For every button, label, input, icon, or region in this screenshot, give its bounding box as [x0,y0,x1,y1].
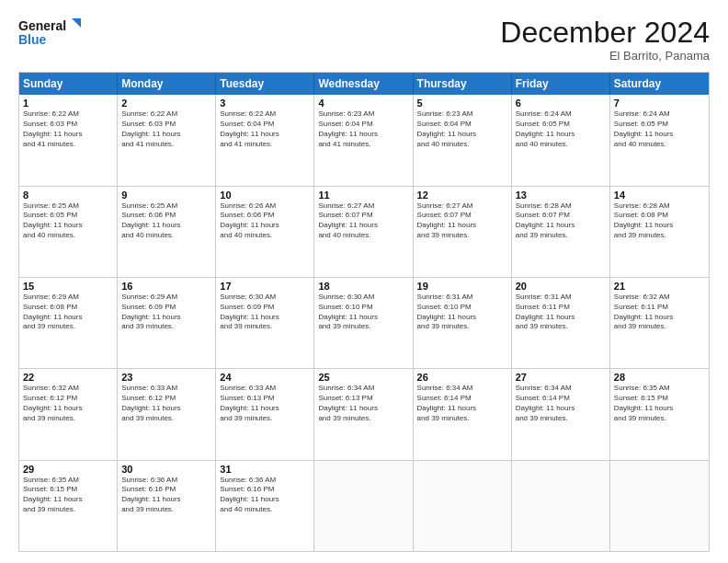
day-cell-3: 3Sunrise: 6:22 AM Sunset: 6:04 PM Daylig… [216,95,314,185]
day-info: Sunrise: 6:23 AM Sunset: 6:04 PM Dayligh… [417,109,507,149]
empty-cell [610,461,709,551]
day-cell-26: 26Sunrise: 6:34 AM Sunset: 6:14 PM Dayli… [414,369,512,459]
day-number: 30 [121,464,211,475]
header-day-saturday: Saturday [610,73,709,95]
day-cell-15: 15Sunrise: 6:29 AM Sunset: 6:08 PM Dayli… [19,278,118,368]
day-cell-11: 11Sunrise: 6:27 AM Sunset: 6:07 PM Dayli… [314,187,413,277]
day-cell-21: 21Sunrise: 6:32 AM Sunset: 6:11 PM Dayli… [610,278,709,368]
title-block: December 2024 El Barrito, Panama [500,17,710,63]
day-info: Sunrise: 6:24 AM Sunset: 6:05 PM Dayligh… [614,109,705,149]
day-info: Sunrise: 6:31 AM Sunset: 6:11 PM Dayligh… [516,293,606,332]
day-number: 16 [121,281,211,292]
day-cell-16: 16Sunrise: 6:29 AM Sunset: 6:09 PM Dayli… [118,278,216,368]
day-info: Sunrise: 6:29 AM Sunset: 6:08 PM Dayligh… [23,293,113,332]
month-title: December 2024 [500,17,710,49]
day-cell-10: 10Sunrise: 6:26 AM Sunset: 6:06 PM Dayli… [216,187,314,277]
day-info: Sunrise: 6:28 AM Sunset: 6:08 PM Dayligh… [614,201,705,241]
day-info: Sunrise: 6:22 AM Sunset: 6:03 PM Dayligh… [23,109,113,149]
day-info: Sunrise: 6:22 AM Sunset: 6:03 PM Dayligh… [121,109,211,149]
day-info: Sunrise: 6:36 AM Sunset: 6:16 PM Dayligh… [121,476,211,515]
day-cell-27: 27Sunrise: 6:34 AM Sunset: 6:14 PM Dayli… [512,369,610,459]
day-number: 1 [23,98,113,109]
day-number: 21 [614,281,705,292]
day-info: Sunrise: 6:36 AM Sunset: 6:16 PM Dayligh… [220,476,310,515]
empty-cell [512,461,610,551]
day-number: 4 [318,98,408,109]
empty-cell [314,461,413,551]
day-number: 20 [516,281,606,292]
day-number: 9 [121,190,211,201]
logo: General Blue [18,17,83,50]
day-cell-30: 30Sunrise: 6:36 AM Sunset: 6:16 PM Dayli… [118,461,216,551]
calendar-row-3: 15Sunrise: 6:29 AM Sunset: 6:08 PM Dayli… [19,277,709,368]
day-number: 26 [417,372,507,383]
day-cell-17: 17Sunrise: 6:30 AM Sunset: 6:09 PM Dayli… [216,278,314,368]
day-number: 2 [121,98,211,109]
header-day-monday: Monday [118,73,216,95]
day-cell-9: 9Sunrise: 6:25 AM Sunset: 6:06 PM Daylig… [118,187,216,277]
day-number: 15 [23,281,113,292]
calendar-row-1: 1Sunrise: 6:22 AM Sunset: 6:03 PM Daylig… [19,95,709,185]
svg-marker-2 [72,18,81,28]
empty-cell [414,461,512,551]
day-number: 12 [417,190,507,201]
day-number: 28 [614,372,705,383]
day-cell-24: 24Sunrise: 6:33 AM Sunset: 6:13 PM Dayli… [216,369,314,459]
day-info: Sunrise: 6:32 AM Sunset: 6:11 PM Dayligh… [614,293,705,332]
header-day-tuesday: Tuesday [216,73,314,95]
day-number: 29 [23,464,113,475]
day-cell-4: 4Sunrise: 6:23 AM Sunset: 6:04 PM Daylig… [314,95,413,185]
day-cell-8: 8Sunrise: 6:25 AM Sunset: 6:05 PM Daylig… [19,187,118,277]
day-info: Sunrise: 6:24 AM Sunset: 6:05 PM Dayligh… [516,109,606,149]
day-cell-22: 22Sunrise: 6:32 AM Sunset: 6:12 PM Dayli… [19,369,118,459]
day-number: 6 [516,98,606,109]
header-day-sunday: Sunday [19,73,118,95]
day-cell-5: 5Sunrise: 6:23 AM Sunset: 6:04 PM Daylig… [414,95,512,185]
day-number: 3 [220,98,310,109]
day-info: Sunrise: 6:35 AM Sunset: 6:15 PM Dayligh… [23,476,113,515]
header: General Blue December 2024 El Barrito, P… [18,17,710,63]
day-cell-14: 14Sunrise: 6:28 AM Sunset: 6:08 PM Dayli… [610,187,709,277]
day-info: Sunrise: 6:29 AM Sunset: 6:09 PM Dayligh… [121,293,211,332]
page: General Blue December 2024 El Barrito, P… [0,0,728,563]
day-cell-6: 6Sunrise: 6:24 AM Sunset: 6:05 PM Daylig… [512,95,610,185]
day-number: 10 [220,190,310,201]
day-info: Sunrise: 6:35 AM Sunset: 6:15 PM Dayligh… [614,384,705,423]
day-info: Sunrise: 6:30 AM Sunset: 6:10 PM Dayligh… [318,293,408,332]
day-cell-25: 25Sunrise: 6:34 AM Sunset: 6:13 PM Dayli… [314,369,413,459]
calendar: SundayMondayTuesdayWednesdayThursdayFrid… [18,72,710,552]
svg-text:General: General [18,18,66,33]
day-info: Sunrise: 6:33 AM Sunset: 6:13 PM Dayligh… [220,384,310,423]
calendar-row-2: 8Sunrise: 6:25 AM Sunset: 6:05 PM Daylig… [19,186,709,277]
day-info: Sunrise: 6:31 AM Sunset: 6:10 PM Dayligh… [417,293,507,332]
header-day-thursday: Thursday [414,73,512,95]
logo-svg: General Blue [18,17,83,50]
day-number: 31 [220,464,310,475]
day-info: Sunrise: 6:30 AM Sunset: 6:09 PM Dayligh… [220,293,310,332]
day-info: Sunrise: 6:25 AM Sunset: 6:06 PM Dayligh… [121,201,211,241]
day-info: Sunrise: 6:34 AM Sunset: 6:14 PM Dayligh… [516,384,606,423]
svg-text:Blue: Blue [18,32,47,47]
day-cell-7: 7Sunrise: 6:24 AM Sunset: 6:05 PM Daylig… [610,95,709,185]
day-cell-2: 2Sunrise: 6:22 AM Sunset: 6:03 PM Daylig… [118,95,216,185]
header-day-friday: Friday [512,73,610,95]
day-number: 25 [318,372,408,383]
day-info: Sunrise: 6:27 AM Sunset: 6:07 PM Dayligh… [318,201,408,241]
calendar-header: SundayMondayTuesdayWednesdayThursdayFrid… [19,73,709,95]
day-number: 23 [121,372,211,383]
day-cell-19: 19Sunrise: 6:31 AM Sunset: 6:10 PM Dayli… [414,278,512,368]
day-cell-20: 20Sunrise: 6:31 AM Sunset: 6:11 PM Dayli… [512,278,610,368]
day-info: Sunrise: 6:22 AM Sunset: 6:04 PM Dayligh… [220,109,310,149]
day-number: 11 [318,190,408,201]
day-cell-1: 1Sunrise: 6:22 AM Sunset: 6:03 PM Daylig… [19,95,118,185]
day-cell-31: 31Sunrise: 6:36 AM Sunset: 6:16 PM Dayli… [216,461,314,551]
day-cell-18: 18Sunrise: 6:30 AM Sunset: 6:10 PM Dayli… [314,278,413,368]
day-info: Sunrise: 6:26 AM Sunset: 6:06 PM Dayligh… [220,201,310,241]
calendar-row-5: 29Sunrise: 6:35 AM Sunset: 6:15 PM Dayli… [19,460,709,551]
day-info: Sunrise: 6:25 AM Sunset: 6:05 PM Dayligh… [23,201,113,241]
day-cell-12: 12Sunrise: 6:27 AM Sunset: 6:07 PM Dayli… [414,187,512,277]
day-number: 8 [23,190,113,201]
location-subtitle: El Barrito, Panama [500,49,710,63]
day-number: 24 [220,372,310,383]
day-number: 18 [318,281,408,292]
